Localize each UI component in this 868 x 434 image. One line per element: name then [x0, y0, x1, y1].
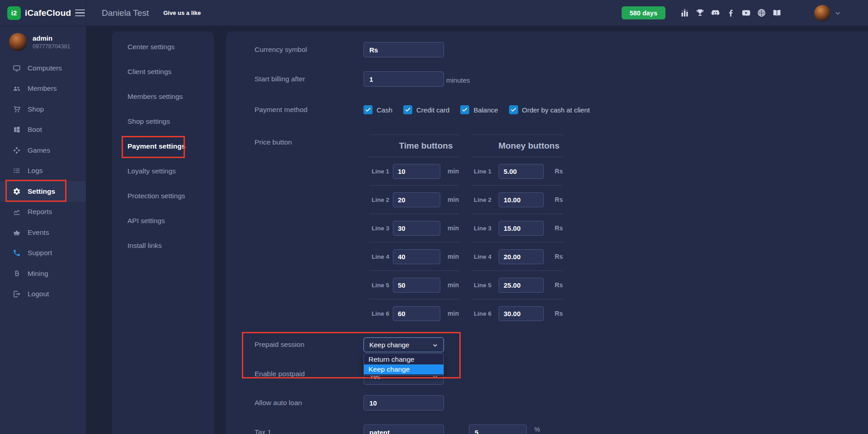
money-line-4-input[interactable]: [499, 249, 544, 264]
sidebar-item-shop[interactable]: Shop: [0, 99, 86, 120]
money-buttons-table: Money buttons Line 1Rs Line 2Rs Line 3Rs…: [472, 135, 563, 327]
time-line-6-input[interactable]: [393, 306, 440, 321]
table-row: Line 5min: [369, 271, 459, 299]
topbar-icons: [680, 8, 782, 18]
topbar: i2 iCafeCloud Daniela Test Give us a lik…: [0, 0, 868, 26]
settings-nav-api[interactable]: API settings: [112, 208, 214, 233]
time-buttons-header: Time buttons: [369, 135, 459, 157]
table-row: Line 6Rs: [472, 299, 563, 327]
give-us-a-like-link[interactable]: Give us a like: [163, 9, 201, 16]
settings-nav-loyalty[interactable]: Loyalty settings: [112, 159, 214, 183]
settings-nav-shop[interactable]: Shop settings: [112, 109, 214, 134]
table-row: Line 1Rs: [472, 157, 563, 185]
sidebar-item-logout[interactable]: Logout: [0, 284, 86, 305]
windows-icon: [13, 126, 21, 134]
crown-icon: [13, 229, 21, 237]
user-avatar[interactable]: [814, 5, 830, 21]
sidebar-item-boot[interactable]: Boot: [0, 120, 86, 140]
sidebar-item-games[interactable]: Games: [0, 140, 86, 161]
sidebar-item-mining[interactable]: Mining: [0, 263, 86, 284]
phone-icon: [13, 249, 21, 257]
settings-nav-client[interactable]: Client settings: [112, 59, 214, 84]
time-line-5-input[interactable]: [393, 278, 440, 293]
youtube-icon[interactable]: [741, 8, 751, 18]
table-row: Line 1min: [369, 157, 459, 185]
admin-avatar[interactable]: [9, 33, 27, 51]
tax1-rate-input[interactable]: [469, 425, 527, 434]
sidebar-item-events[interactable]: Events: [0, 222, 86, 243]
money-line-5-input[interactable]: [499, 278, 544, 293]
table-row: Line 6min: [369, 299, 459, 327]
start-billing-label: Start billing after: [255, 74, 305, 84]
price-button-label: Price button: [255, 137, 292, 147]
ranking-icon[interactable]: [680, 8, 689, 18]
time-line-1-input[interactable]: [393, 164, 440, 179]
option-return-change[interactable]: Return change: [364, 355, 443, 364]
checked-checkbox-icon: [460, 105, 469, 114]
start-billing-input[interactable]: [363, 71, 444, 87]
allow-auto-loan-input[interactable]: [363, 395, 444, 411]
monitor-icon: [13, 64, 21, 72]
checkbox-credit-card[interactable]: Credit card: [403, 105, 449, 114]
topbar-main: Daniela Test Give us a like 580 days: [86, 0, 868, 26]
table-row: Line 3Rs: [472, 214, 563, 242]
sidebar-item-computers[interactable]: Computers: [0, 58, 86, 79]
trophy-icon[interactable]: [695, 8, 705, 18]
option-keep-change[interactable]: Keep change: [364, 364, 443, 374]
settings-nav-protection[interactable]: Protection settings: [112, 183, 214, 208]
money-line-3-input[interactable]: [499, 221, 544, 236]
checked-checkbox-icon: [403, 105, 412, 114]
table-row: Line 2Rs: [472, 185, 563, 214]
enable-postpaid-label: Enable postpaid: [255, 369, 305, 379]
prepaid-session-dropdown: Return change Keep change: [363, 353, 444, 376]
brand-name: iCafeCloud: [25, 8, 71, 18]
users-icon: [13, 84, 21, 93]
allow-auto-loan-label: Allow auto loan: [255, 398, 302, 408]
money-line-6-input[interactable]: [499, 306, 544, 321]
sidebar-item-support[interactable]: Support: [0, 243, 86, 264]
payment-method-label: Payment method: [255, 105, 307, 115]
facebook-icon[interactable]: [726, 8, 736, 18]
prepaid-session-select[interactable]: Keep change: [363, 337, 444, 352]
gear-icon: [13, 187, 21, 196]
subscription-days-button[interactable]: 580 days: [622, 6, 665, 19]
sidebar-user: admin 097778704381: [0, 26, 86, 51]
sidebar-nav: Computers Members Shop Boot Games Logs: [0, 58, 86, 304]
settings-nav-payment[interactable]: Payment settings: [112, 134, 214, 159]
sidebar: admin 097778704381 Computers Members Sho…: [0, 26, 86, 434]
settings-nav-center[interactable]: Center settings: [112, 34, 214, 59]
menu-toggle-icon[interactable]: [75, 9, 85, 17]
tax1-name-input[interactable]: [363, 425, 444, 434]
table-row: Line 5Rs: [472, 271, 563, 299]
settings-nav-members[interactable]: Members settings: [112, 84, 214, 109]
cart-icon: [13, 105, 21, 113]
checkbox-order-by-cash[interactable]: Order by cash at client: [509, 105, 590, 114]
sidebar-item-settings[interactable]: Settings: [0, 181, 86, 202]
settings-nav: Center settings Client settings Members …: [112, 32, 214, 258]
sidebar-item-logs[interactable]: Logs: [0, 161, 86, 182]
settings-nav-install[interactable]: Install links: [112, 233, 214, 258]
table-row: Line 3min: [369, 214, 459, 242]
chevron-down-icon[interactable]: [835, 10, 841, 16]
list-icon: [13, 167, 21, 175]
checked-checkbox-icon: [509, 105, 518, 114]
currency-symbol-input[interactable]: [363, 42, 444, 57]
money-buttons-header: Money buttons: [472, 135, 563, 157]
checkbox-balance[interactable]: Balance: [460, 105, 498, 114]
admin-phone: 097778704381: [33, 43, 70, 50]
money-line-1-input[interactable]: [499, 164, 544, 179]
logout-icon: [13, 290, 21, 298]
checkbox-cash[interactable]: Cash: [363, 105, 392, 114]
minutes-suffix: minutes: [446, 76, 470, 84]
money-line-2-input[interactable]: [499, 192, 544, 207]
globe-icon[interactable]: [757, 8, 766, 18]
checked-checkbox-icon: [363, 105, 373, 114]
guide-book-icon[interactable]: [772, 8, 782, 18]
time-line-2-input[interactable]: [393, 192, 440, 207]
time-line-3-input[interactable]: [393, 221, 440, 236]
discord-icon[interactable]: [711, 8, 720, 18]
sidebar-item-reports[interactable]: Reports: [0, 202, 86, 223]
time-line-4-input[interactable]: [393, 249, 440, 264]
sidebar-item-members[interactable]: Members: [0, 79, 86, 99]
chevron-down-icon: [432, 342, 438, 348]
